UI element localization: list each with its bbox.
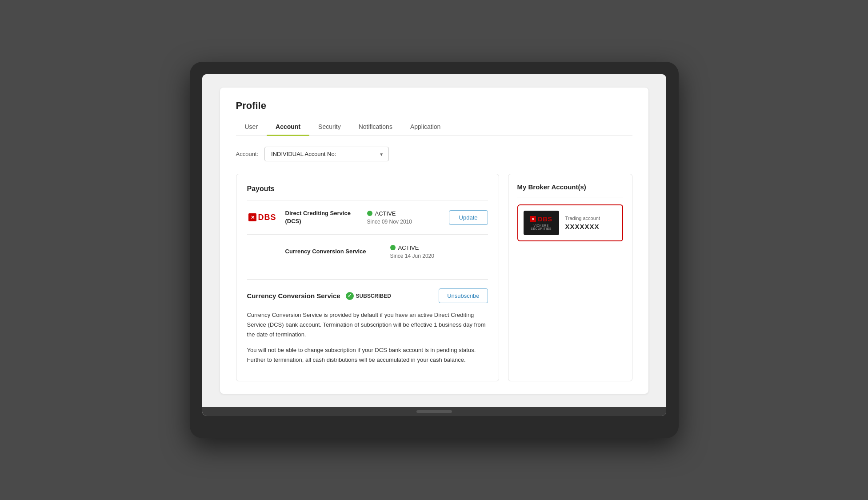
- service-name-currency: Currency Conversion Service: [285, 248, 383, 256]
- service-name-dcs: Direct Crediting Service (DCS): [285, 209, 360, 225]
- account-label: Account:: [236, 151, 259, 157]
- account-select-wrapper[interactable]: INDIVIDUAL Account No:: [264, 147, 389, 161]
- service-info-currency: Currency Conversion Service: [285, 248, 383, 256]
- update-button[interactable]: Update: [449, 210, 488, 225]
- active-dot-currency: [390, 245, 396, 250]
- laptop-bottom: [202, 407, 666, 416]
- trading-number: XXXXXXX: [565, 223, 617, 230]
- currency-conversion-section: Currency Conversion Service ✓ SUBSCRIBED…: [247, 279, 488, 364]
- tab-security[interactable]: Security: [309, 119, 350, 136]
- service-info-dcs: Direct Crediting Service (DCS): [285, 209, 360, 225]
- account-select[interactable]: INDIVIDUAL Account No:: [264, 147, 389, 161]
- status-info-currency: ACTIVE Since 14 Jun 2020: [390, 244, 488, 259]
- tab-application[interactable]: Application: [401, 119, 450, 136]
- payout-item-dcs: ✕ DBS Direct Crediting Service (DCS): [247, 200, 488, 234]
- tab-account[interactable]: Account: [267, 119, 309, 136]
- broker-sub-text: VICKERS SECURITIES: [524, 224, 559, 230]
- status-badge-currency: ACTIVE: [390, 244, 488, 251]
- subscribed-badge: ✓ SUBSCRIBED: [346, 292, 391, 300]
- dbs-logo-dcs: ✕ DBS: [247, 208, 278, 226]
- payouts-section: Payouts ✕ DBS Direct Crediting Service (…: [236, 174, 499, 381]
- broker-dbs-red-icon: ✕: [530, 216, 536, 222]
- trading-label: Trading account: [565, 216, 617, 221]
- currency-header: Currency Conversion Service ✓ SUBSCRIBED…: [247, 288, 488, 303]
- broker-title: My Broker Account(s): [517, 183, 623, 197]
- currency-description: Currency Conversion Service is provided …: [247, 310, 488, 364]
- status-text-currency: ACTIVE: [398, 244, 419, 251]
- broker-account-card[interactable]: ✕ DBS VICKERS SECURITIES Trading account…: [517, 204, 623, 241]
- page-title: Profile: [236, 100, 632, 112]
- dbs-logo-currency: [247, 243, 278, 260]
- tab-notifications[interactable]: Notifications: [350, 119, 401, 136]
- broker-dbs-text: DBS: [538, 216, 552, 223]
- profile-card: Profile User Account Security Notificati…: [220, 88, 648, 393]
- status-info-dcs: ACTIVE Since 09 Nov 2010: [367, 210, 442, 225]
- currency-desc-1: Currency Conversion Service is provided …: [247, 310, 488, 340]
- currency-desc-2: You will not be able to change subscript…: [247, 345, 488, 365]
- tab-user[interactable]: User: [236, 119, 267, 136]
- subscribed-text: SUBSCRIBED: [356, 293, 391, 299]
- main-content: Payouts ✕ DBS Direct Crediting Service (…: [236, 174, 632, 381]
- account-row: Account: INDIVIDUAL Account No:: [236, 147, 632, 161]
- tab-navigation: User Account Security Notifications Appl…: [236, 119, 632, 136]
- unsubscribe-button[interactable]: Unsubscribe: [439, 288, 488, 303]
- since-date-dcs: Since 09 Nov 2010: [367, 219, 442, 225]
- subscribed-check-icon: ✓: [346, 292, 354, 300]
- payouts-title: Payouts: [247, 185, 488, 193]
- laptop-frame: Profile User Account Security Notificati…: [190, 62, 679, 438]
- laptop-screen: Profile User Account Security Notificati…: [202, 74, 666, 416]
- broker-section: My Broker Account(s) ✕ DBS VICKERS SECUR…: [508, 174, 632, 381]
- currency-conversion-title: Currency Conversion Service: [247, 292, 340, 300]
- broker-logo-box: ✕ DBS VICKERS SECURITIES: [524, 211, 559, 235]
- active-dot-dcs: [367, 211, 372, 216]
- broker-dbs-logo: ✕ DBS: [530, 216, 552, 223]
- status-badge-dcs: ACTIVE: [367, 210, 442, 217]
- payout-item-currency: Currency Conversion Service ACTIVE Since…: [247, 234, 488, 268]
- broker-account-info: Trading account XXXXXXX: [565, 216, 617, 230]
- since-date-currency: Since 14 Jun 2020: [390, 253, 488, 259]
- page-container: Profile User Account Security Notificati…: [202, 74, 666, 407]
- laptop-notch: [416, 410, 452, 413]
- status-text-dcs: ACTIVE: [375, 210, 396, 217]
